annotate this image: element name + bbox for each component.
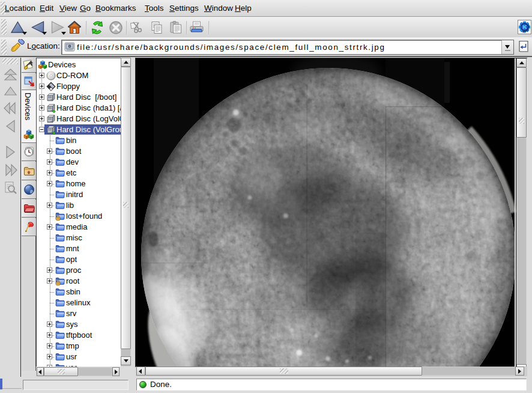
svg-text:K: K [522,23,527,30]
